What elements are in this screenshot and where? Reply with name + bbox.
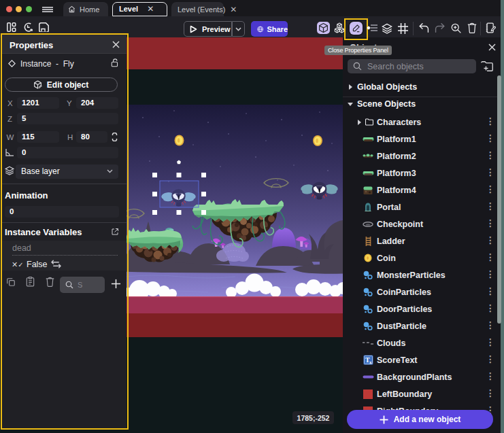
svg-text:x: x (369, 360, 372, 365)
